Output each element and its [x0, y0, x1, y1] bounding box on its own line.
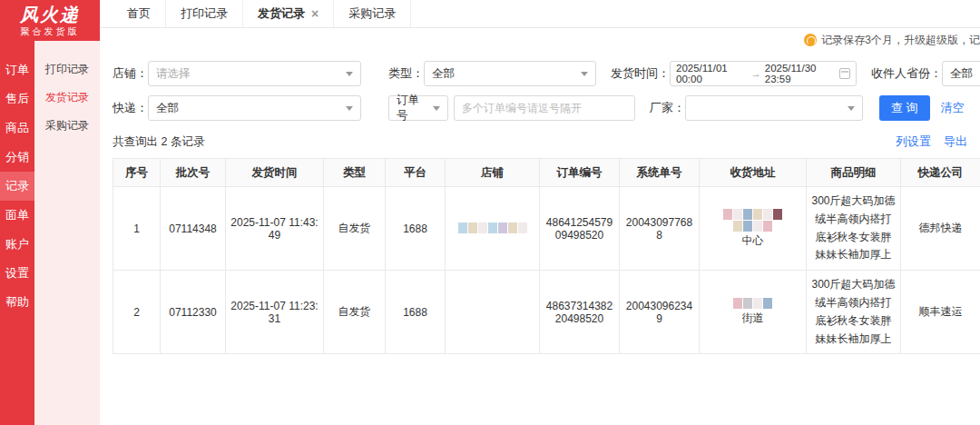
- chevron-down-icon: [433, 106, 440, 111]
- chevron-down-icon: [346, 106, 353, 111]
- results-summary-row: 共查询出 2 条记录 列设置 导出: [100, 132, 980, 158]
- cell-order-no: 4864125457909498520: [540, 187, 620, 271]
- left-panel: 风火递 聚合发货版 订单 售后 商品 分销 记录 面单 账户 设置 帮助 打印记…: [0, 0, 100, 425]
- tab-purchase-records[interactable]: 采购记录: [334, 0, 411, 27]
- province-select-value: 全部: [950, 66, 973, 82]
- sidebar-item-products[interactable]: 商品: [0, 114, 34, 143]
- shop-label: 店铺：: [113, 65, 148, 82]
- table-header-row: 序号 批次号 发货时间 类型 平台 店铺 订单编号 系统单号 收货地址 商品明细…: [113, 159, 980, 187]
- calendar-icon: [839, 68, 850, 79]
- clear-button[interactable]: 清空: [941, 100, 965, 116]
- app-window: 风火递 聚合发货版 订单 售后 商品 分销 记录 面单 账户 设置 帮助 打印记…: [0, 0, 980, 425]
- column-settings-link[interactable]: 列设置: [896, 133, 931, 150]
- brand-logo: 风火递 聚合发货版: [0, 0, 100, 41]
- tab-label: 采购记录: [348, 5, 396, 22]
- ship-time-range[interactable]: 2025/11/01 00:00 → 2025/11/30 23:59: [670, 61, 857, 86]
- export-link[interactable]: 导出: [944, 133, 967, 150]
- chevron-down-icon: [346, 72, 353, 76]
- column-header-express: 快递公司: [901, 159, 980, 187]
- close-icon[interactable]: ×: [311, 7, 318, 20]
- table-row: 1 07114348 2025-11-07 11:43:49 自发货 1688 …: [113, 187, 980, 271]
- province-select[interactable]: 全部: [942, 61, 980, 86]
- cell-product: 300斤超大码加德绒半高领内搭打底衫秋冬女装胖妹妹长袖加厚上: [807, 187, 901, 271]
- tab-bar: 首页 打印记录 发货记录 × 采购记录: [100, 0, 980, 28]
- order-field-select[interactable]: 订单号: [388, 95, 448, 121]
- shop-select-value: 请选择: [156, 66, 191, 82]
- range-end: 2025/11/30 23:59: [765, 63, 836, 84]
- tab-home[interactable]: 首页: [113, 0, 166, 27]
- main-content: 首页 打印记录 发货记录 × 采购记录 记录保存3个月，升级超级版，记 店铺： …: [100, 0, 980, 425]
- cell-seq: 2: [113, 271, 161, 354]
- sidebar-item-orders[interactable]: 订单: [0, 55, 34, 84]
- cell-express: 顺丰速运: [901, 271, 980, 354]
- column-header-seq: 序号: [113, 159, 161, 187]
- sidebar-item-records[interactable]: 记录: [0, 172, 34, 201]
- sidebar-item-settings[interactable]: 设置: [0, 259, 34, 288]
- factory-select[interactable]: [685, 95, 863, 121]
- subsidebar-item-print-records[interactable]: 打印记录: [34, 55, 100, 84]
- table-row: 2 07112330 2025-11-07 11:23:31 自发货 1688 …: [113, 271, 980, 354]
- column-header-system-no: 系统单号: [620, 159, 700, 187]
- cell-seq: 1: [113, 187, 161, 271]
- subsidebar-item-purchase-records[interactable]: 采购记录: [34, 112, 100, 140]
- notice-text: 记录保存3个月，升级超级版，记: [821, 33, 980, 48]
- order-field-value: 订单号: [397, 93, 427, 124]
- cell-system-no: 200430977688: [620, 187, 700, 271]
- column-header-type: 类型: [324, 159, 386, 187]
- type-select[interactable]: 全部: [424, 61, 596, 86]
- search-button[interactable]: 查 询: [879, 95, 930, 121]
- column-header-platform: 平台: [386, 159, 446, 187]
- tab-shipping-records[interactable]: 发货记录 ×: [243, 0, 334, 27]
- chevron-down-icon: [848, 106, 855, 111]
- sidebar-item-waybill[interactable]: 面单: [0, 201, 34, 230]
- cell-address: 中心: [700, 187, 807, 271]
- cell-express: 德邦快递: [901, 187, 980, 271]
- express-select[interactable]: 全部: [148, 95, 361, 121]
- province-label: 收件人省份：: [871, 65, 942, 82]
- cell-product: 300斤超大码加德绒半高领内搭打底衫秋冬女装胖妹妹长袖加厚上: [807, 271, 901, 354]
- column-header-order-no: 订单编号: [540, 159, 620, 187]
- factory-label: 厂家：: [650, 100, 685, 116]
- order-number-input[interactable]: [454, 95, 635, 121]
- notice-bar: 记录保存3个月，升级超级版，记: [100, 28, 980, 52]
- address-suffix: 中心: [703, 233, 802, 249]
- sidebar-item-distribution[interactable]: 分销: [0, 143, 34, 172]
- cell-type: 自发货: [324, 271, 386, 354]
- cell-platform: 1688: [386, 271, 446, 354]
- address-suffix: 街道: [703, 311, 802, 326]
- cell-platform: 1688: [386, 187, 446, 271]
- cell-type: 自发货: [324, 187, 386, 271]
- records-table: 序号 批次号 发货时间 类型 平台 店铺 订单编号 系统单号 收货地址 商品明细…: [113, 158, 980, 354]
- shop-select[interactable]: 请选择: [148, 61, 361, 86]
- brand-subtitle: 聚合发货版: [0, 25, 100, 38]
- cell-batch: 07114348: [161, 187, 226, 271]
- column-header-address: 收货地址: [700, 159, 807, 187]
- sidebar-item-aftersale[interactable]: 售后: [0, 84, 34, 114]
- cell-address: 街道: [700, 271, 807, 354]
- type-select-value: 全部: [432, 66, 455, 82]
- secondary-sidebar: 打印记录 发货记录 采购记录: [34, 41, 100, 425]
- filter-panel: 店铺： 请选择 类型： 全部 发货时间： 2025/11/01 00:00 → …: [100, 52, 980, 132]
- cell-system-no: 200430962349: [620, 271, 700, 354]
- ship-time-label: 发货时间：: [611, 65, 670, 82]
- cell-batch: 07112330: [161, 271, 226, 354]
- express-select-value: 全部: [156, 101, 179, 116]
- express-label: 快递：: [113, 100, 148, 116]
- primary-sidebar: 订单 售后 商品 分销 记录 面单 账户 设置 帮助: [0, 41, 34, 425]
- brand-name: 风火递: [0, 5, 100, 25]
- tab-label: 发货记录: [258, 5, 305, 22]
- sidebar-item-help[interactable]: 帮助: [0, 288, 34, 317]
- sidebar-item-account[interactable]: 账户: [0, 230, 34, 259]
- upgrade-icon: [804, 34, 817, 46]
- range-arrow-icon: →: [750, 68, 761, 79]
- cell-ship-time: 2025-11-07 11:23:31: [226, 271, 324, 354]
- column-header-product: 商品明细: [807, 159, 901, 187]
- cell-ship-time: 2025-11-07 11:43:49: [226, 187, 324, 271]
- tab-print-records[interactable]: 打印记录: [166, 0, 243, 27]
- column-header-batch: 批次号: [161, 159, 226, 187]
- column-header-ship-time: 发货时间: [226, 159, 324, 187]
- results-summary: 共查询出 2 条记录: [113, 134, 204, 150]
- subsidebar-item-shipping-records[interactable]: 发货记录: [34, 84, 100, 112]
- column-header-shop: 店铺: [446, 159, 540, 187]
- tab-label: 打印记录: [181, 5, 228, 22]
